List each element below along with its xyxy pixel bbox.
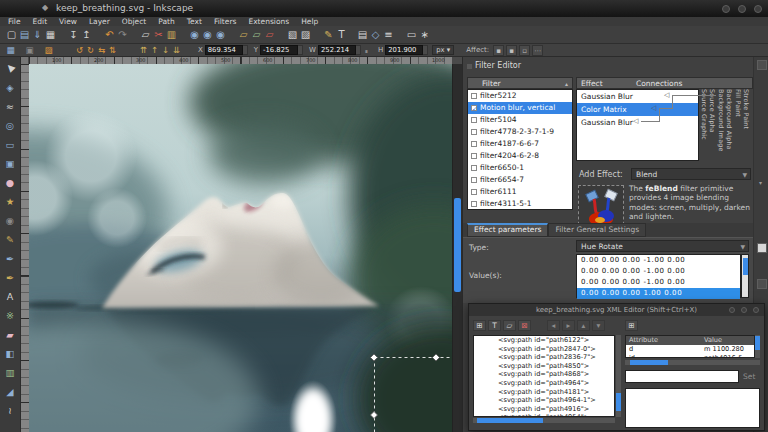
document-print-icon[interactable]: ▦ xyxy=(44,28,57,41)
panel-resize-handle[interactable] xyxy=(757,279,767,289)
filter-column-header[interactable]: Filter ▴ xyxy=(467,77,573,89)
connection-label[interactable]: Source Graphic xyxy=(699,89,708,163)
touch-select-icon[interactable]: ▨ xyxy=(43,45,54,56)
menu-view[interactable]: View xyxy=(59,17,77,26)
minimize-button[interactable] xyxy=(722,5,730,13)
new-text-node-icon[interactable]: T xyxy=(488,320,501,331)
new-attribute-icon[interactable]: ⊞ xyxy=(625,320,638,331)
align-dialog-icon[interactable]: ≡ xyxy=(382,28,395,41)
document-save-icon[interactable]: ⇓ xyxy=(31,28,44,41)
tool-text[interactable]: A xyxy=(2,287,19,306)
xml-tree-horizontal-scrollbar[interactable] xyxy=(473,418,615,423)
scrollbar-thumb[interactable] xyxy=(743,258,748,275)
xml-tree-vertical-scrollbar[interactable] xyxy=(616,335,621,417)
vertical-ruler[interactable] xyxy=(21,64,29,432)
xml-node[interactable]: <svg:path id="path4916"> xyxy=(474,405,614,414)
document-new-icon[interactable]: ▢ xyxy=(5,28,18,41)
zoom-selection-icon[interactable]: ◉ xyxy=(201,28,214,41)
tool-node-editor[interactable]: ◈ xyxy=(2,78,19,97)
menu-text[interactable]: Text xyxy=(187,17,202,26)
filter-list-item[interactable]: filter6654-7 xyxy=(468,174,572,186)
scrollbar-thumb[interactable] xyxy=(477,418,543,423)
scrollbar-thumb[interactable] xyxy=(616,393,621,411)
filter-checkbox[interactable] xyxy=(471,117,477,123)
scrollbar-thumb[interactable] xyxy=(630,360,668,365)
filter-list-item[interactable]: filter5212 xyxy=(468,90,572,102)
tool-paint-bucket[interactable]: ◧ xyxy=(2,344,19,363)
width-input[interactable]: 252.214 xyxy=(318,45,356,55)
affect-move-clips-toggle[interactable]: ▫ xyxy=(519,45,530,56)
filter-checkbox[interactable] xyxy=(471,129,477,135)
lock-ratio-icon[interactable]: ∎ xyxy=(361,45,372,56)
menu-path[interactable]: Path xyxy=(158,17,174,26)
type-dropdown[interactable]: Hue Rotate ▼ xyxy=(576,240,749,252)
lower-to-bottom-icon[interactable]: ⇊ xyxy=(171,45,182,56)
height-input[interactable]: 201.900 xyxy=(385,45,423,55)
menu-file[interactable]: File xyxy=(8,17,21,26)
xml-node[interactable]: <svg:path id="path2836-7"> xyxy=(474,353,614,362)
horizontal-ruler[interactable]: 100 200 300 400 500 600 700 800 900 1000 xyxy=(29,57,452,64)
filter-checkbox[interactable] xyxy=(471,153,477,159)
unlink-clone-icon[interactable]: ▱ xyxy=(263,28,276,41)
y-input[interactable]: -16.825 xyxy=(260,45,298,55)
tool-star[interactable]: ★ xyxy=(2,192,19,211)
xml-editor-dialog[interactable]: keep_breathing.svg XML Editor (Shift+Ctr… xyxy=(468,303,765,431)
rotate-ccw-icon[interactable]: ↺ xyxy=(74,45,85,56)
xml-node[interactable]: <svg:path id="path4181"> xyxy=(474,388,614,397)
matrix-row-selected[interactable]: 0.00 0.00 0.00 1.00 0.00 xyxy=(577,288,740,299)
connection-arrow-icon[interactable]: ◁ xyxy=(633,118,638,125)
filter-list-item[interactable]: filter6111 xyxy=(468,186,572,198)
tool-pencil[interactable]: ✎ xyxy=(2,230,19,249)
filter-list-item[interactable]: filter4204-6-2-8 xyxy=(468,150,572,162)
menu-layer[interactable]: Layer xyxy=(89,17,110,26)
tool-pen[interactable]: ✒ xyxy=(2,249,19,268)
xml-editor-titlebar[interactable]: keep_breathing.svg XML Editor (Shift+Ctr… xyxy=(469,304,764,316)
filter-list-item[interactable]: filter5104 xyxy=(468,114,572,126)
xml-node[interactable]: <svg:path id="path4964-1"> xyxy=(474,396,614,405)
effect-item-selected[interactable]: Color Matrix xyxy=(577,103,698,116)
connection-arrow-icon[interactable]: ◁ xyxy=(664,92,669,99)
menu-object[interactable]: Object xyxy=(122,17,146,26)
matrix-row[interactable]: 0.00 0.00 0.00 -1.00 0.00 xyxy=(577,277,740,288)
matrix-scrollbar[interactable] xyxy=(741,254,749,298)
undo-icon[interactable]: ↶ xyxy=(103,28,116,41)
attribute-row[interactable]: dm 1100.280 xyxy=(626,345,754,354)
canvas[interactable] xyxy=(29,64,452,432)
canvas-vertical-scrollbar[interactable] xyxy=(452,64,462,432)
units-dropdown[interactable]: px ▾ xyxy=(432,45,454,55)
dialog-maximize-button[interactable] xyxy=(741,307,747,313)
add-effect-dropdown[interactable]: Blend ▼ xyxy=(631,168,751,180)
duplicate-icon[interactable]: ▱ xyxy=(237,28,250,41)
matrix-row[interactable]: 0.00 0.00 0.00 -1.00 0.00 xyxy=(577,266,740,277)
unindent-node-icon[interactable]: ◂ xyxy=(547,320,560,331)
preferences-icon[interactable]: ∗ xyxy=(418,28,431,41)
cut-icon[interactable]: ✂ xyxy=(152,28,165,41)
menu-help[interactable]: Help xyxy=(301,17,318,26)
menu-edit[interactable]: Edit xyxy=(33,17,48,26)
connection-label[interactable]: Background Image xyxy=(716,89,725,163)
filter-checkbox-checked[interactable]: ✓ xyxy=(471,105,477,111)
menu-extensions[interactable]: Extensions xyxy=(248,17,289,26)
flip-horizontal-icon[interactable]: ⇆ xyxy=(96,45,107,56)
delete-node-icon[interactable]: ⊠ xyxy=(518,320,531,331)
scrollbar-thumb[interactable] xyxy=(755,336,760,350)
raise-to-top-icon[interactable]: ⇈ xyxy=(138,45,149,56)
filter-list-item[interactable]: filter4187-6-6-7 xyxy=(468,138,572,150)
tool-ellipse[interactable]: ● xyxy=(2,173,19,192)
connection-arrow-icon[interactable]: ◁ xyxy=(651,105,656,112)
panel-grip-icon[interactable] xyxy=(467,64,472,69)
filter-checkbox[interactable] xyxy=(471,177,477,183)
fill-stroke-icon[interactable]: ✎ xyxy=(322,28,335,41)
tool-3d-box[interactable]: ▣ xyxy=(2,154,19,173)
group-icon[interactable]: ▧ xyxy=(286,28,299,41)
flip-vertical-icon[interactable]: ⇅ xyxy=(107,45,118,56)
tab-effect-parameters[interactable]: Effect parameters xyxy=(467,223,548,237)
redo-icon[interactable]: ↷ xyxy=(116,28,129,41)
tool-eraser[interactable]: ▰ xyxy=(2,325,19,344)
attribute-name-input[interactable] xyxy=(625,370,739,383)
zoom-page-icon[interactable]: ◉ xyxy=(214,28,227,41)
connection-label[interactable]: Stroke Paint xyxy=(742,89,751,163)
filter-checkbox[interactable] xyxy=(471,93,477,99)
filter-checkbox[interactable] xyxy=(471,141,477,147)
panel-chip[interactable] xyxy=(757,243,767,253)
